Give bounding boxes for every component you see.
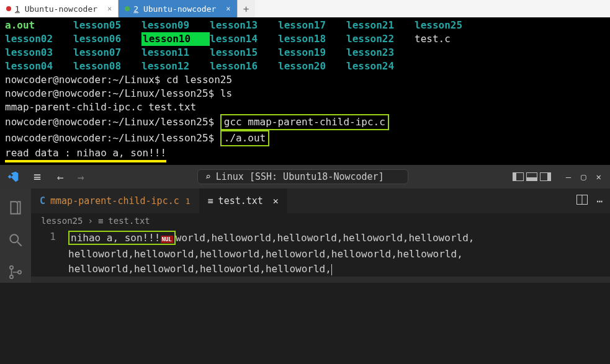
tab-indicator-dot xyxy=(125,6,130,11)
terminal-tab-2[interactable]: 2 Ubuntu-nowcoder × xyxy=(119,0,237,17)
svg-point-2 xyxy=(10,266,13,269)
line-number: 1 xyxy=(31,231,68,277)
text-file-icon: ≡ xyxy=(208,195,213,206)
tab-mmap-c[interactable]: C mmap-parent-child-ipc.c 1 xyxy=(31,189,199,213)
search-icon: ⌕ xyxy=(205,171,211,182)
ls-listing: a.outlesson05lesson09lesson13lesson17les… xyxy=(5,19,605,73)
editor-content[interactable]: nihao a, son!!!NULworld,helloworld,hello… xyxy=(68,231,474,277)
hamburger-icon[interactable]: ≡ xyxy=(26,169,48,184)
close-icon[interactable]: × xyxy=(107,4,112,13)
editor-area[interactable]: 1 nihao a, son!!!NULworld,helloworld,hel… xyxy=(31,228,610,277)
split-editor-icon[interactable] xyxy=(576,195,588,207)
search-icon[interactable] xyxy=(7,232,24,251)
terminal-output[interactable]: a.outlesson05lesson09lesson13lesson17les… xyxy=(0,17,610,165)
svg-point-4 xyxy=(18,270,21,273)
window-maximize-icon[interactable]: ▢ xyxy=(581,172,586,182)
nul-marker: NUL xyxy=(161,236,173,243)
tab-indicator-dot xyxy=(6,6,11,11)
vscode-titlebar: ≡ ← → ⌕ Linux [SSH: Ubuntu18-Nowcoder] —… xyxy=(0,165,610,189)
svg-line-1 xyxy=(17,242,22,246)
breadcrumb[interactable]: lesson25 › ≡ test.txt xyxy=(31,213,610,228)
toggle-secondary-icon[interactable] xyxy=(540,172,551,181)
more-icon[interactable]: ⋯ xyxy=(596,195,603,207)
vscode-logo-icon xyxy=(0,171,26,183)
close-icon[interactable]: ✕ xyxy=(273,195,279,206)
window-close-icon[interactable]: ✕ xyxy=(596,172,601,182)
vscode-window: ≡ ← → ⌕ Linux [SSH: Ubuntu18-Nowcoder] —… xyxy=(0,165,610,283)
terminal-tab-1[interactable]: 1 Ubuntu-nowcoder × xyxy=(0,0,119,17)
svg-point-0 xyxy=(10,234,18,242)
tab-test-txt[interactable]: ≡ test.txt ✕ xyxy=(199,189,287,213)
svg-point-3 xyxy=(10,275,13,278)
source-control-icon[interactable] xyxy=(7,264,24,283)
command-center[interactable]: ⌕ Linux [SSH: Ubuntu18-Nowcoder] xyxy=(197,169,408,184)
cmd-highlight: gcc mmap-parent-child-ipc.c xyxy=(220,114,389,130)
nav-back-icon[interactable]: ← xyxy=(57,171,64,184)
window-minimize-icon[interactable]: — xyxy=(566,172,571,182)
toggle-sidebar-icon[interactable] xyxy=(513,172,524,181)
text-file-icon: ≡ xyxy=(98,216,103,226)
explorer-icon[interactable] xyxy=(7,200,24,218)
terminal-tab-bar: 1 Ubuntu-nowcoder × 2 Ubuntu-nowcoder × … xyxy=(0,0,610,17)
c-file-icon: C xyxy=(40,195,45,206)
text-highlight: nihao a, son!!!NUL xyxy=(68,231,176,245)
new-tab-button[interactable]: + xyxy=(238,0,255,17)
editor-tabs: C mmap-parent-child-ipc.c 1 ≡ test.txt ✕… xyxy=(31,189,610,213)
output-highlight: read data : nihao a, son!!! xyxy=(5,146,166,162)
toggle-panel-icon[interactable] xyxy=(526,172,537,181)
nav-fwd-icon[interactable]: → xyxy=(78,171,84,184)
close-icon[interactable]: × xyxy=(226,4,230,13)
text-cursor xyxy=(331,264,332,275)
cmd-highlight: ./a.out xyxy=(220,130,269,146)
activity-bar xyxy=(0,189,31,283)
chevron-right-icon: › xyxy=(87,216,92,226)
